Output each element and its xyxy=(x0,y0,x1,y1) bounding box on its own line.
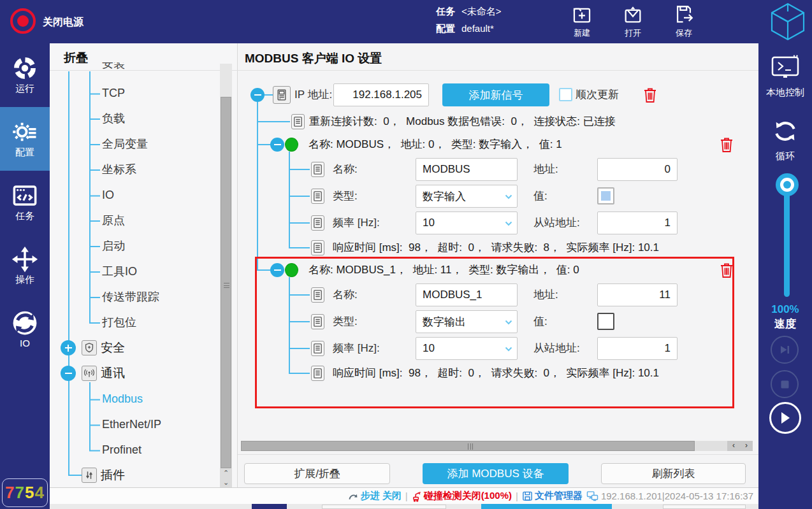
tree-item-modbus[interactable]: Modbus xyxy=(102,392,143,406)
signal-type-dropdown[interactable]: 数字输出 xyxy=(416,310,518,333)
play-icon xyxy=(780,412,790,424)
tree-scroll-down-button[interactable]: ⌄ xyxy=(220,478,232,487)
row-tick xyxy=(290,373,310,374)
signal-type-value: 数字输出 xyxy=(423,315,466,329)
signal-type-dropdown[interactable]: 数字输入 xyxy=(416,185,518,208)
signal-value-checkbox[interactable] xyxy=(597,313,614,330)
sidebar-item-label: 配置 xyxy=(0,147,50,159)
add-signal-button[interactable]: 添加新信号 xyxy=(442,83,549,106)
status-bar: 步进 关闭 | 碰撞检测关闭(100%) | 文件管理器 192.168.1.2… xyxy=(50,487,758,504)
signal-value-checkbox[interactable] xyxy=(597,187,614,204)
tree-scrollbar-thumb[interactable] xyxy=(221,97,231,468)
stop-icon xyxy=(781,380,789,389)
sidebar-item-io[interactable]: IO xyxy=(0,298,50,362)
device-node-link xyxy=(265,94,273,96)
sequential-update-checkbox[interactable] xyxy=(559,88,572,101)
signal-address-input[interactable] xyxy=(597,283,678,306)
device-collapse-node[interactable] xyxy=(250,88,265,102)
power-button[interactable] xyxy=(10,8,36,34)
tree-scrollbar[interactable]: ⌃ ⌄ xyxy=(220,64,232,487)
signal-frequency-dropdown[interactable]: 10 xyxy=(416,211,518,234)
document-icon xyxy=(311,341,324,356)
sidebar-item-task[interactable]: 任务 xyxy=(0,171,50,234)
signal-address-input[interactable] xyxy=(597,158,678,181)
top-bar: 关闭电源 任务<未命名> 配置default* 新建 打开 保存 xyxy=(0,0,812,43)
loop-button[interactable]: 循环 xyxy=(758,117,812,162)
save-task-button[interactable]: 保存 xyxy=(660,4,708,39)
delete-device-button[interactable] xyxy=(642,87,658,106)
slave-address-input[interactable] xyxy=(597,337,678,360)
tree-item-home[interactable]: 原点 xyxy=(102,213,125,228)
expander-security[interactable] xyxy=(61,340,76,355)
signal-collapse-node[interactable] xyxy=(270,263,284,277)
tree-item-frames[interactable]: 坐标系 xyxy=(102,162,136,177)
tree-item-globals[interactable]: 全局变量 xyxy=(102,136,148,152)
tree-item-tcp[interactable]: TCP xyxy=(102,87,125,100)
collision-detect-button[interactable]: 碰撞检测关闭(100%) xyxy=(412,490,512,502)
expander-comm[interactable] xyxy=(61,366,76,381)
network-status: 192.168.1.201|2024-05-13 17:16:37 xyxy=(586,491,753,501)
tree-item-ethernet-ip[interactable]: EtherNet/IP xyxy=(102,418,161,431)
scroll-right-button[interactable]: › xyxy=(740,441,753,451)
signal-block-modbus-1: 名称: MODBUS_1， 地址: 11， 类型: 数字输出， 值: 0 名称:… xyxy=(238,263,758,388)
row-tick xyxy=(290,222,310,224)
step-forward-button[interactable] xyxy=(771,336,799,364)
signal-stats: 响应时间 [ms]: 98， 超时: 0， 请求失败: 0， 实际频率 [Hz]… xyxy=(333,366,659,380)
config-row: 配置default* xyxy=(436,23,494,35)
step-mode-button[interactable]: 步进 关闭 xyxy=(348,490,402,502)
speed-slider-track[interactable] xyxy=(784,185,790,297)
tree-item-security[interactable]: 安全 xyxy=(101,340,125,356)
signal-name-input[interactable] xyxy=(416,158,518,181)
collision-robot-icon xyxy=(412,491,423,502)
row-tick xyxy=(290,348,310,349)
sidebar-item-run[interactable]: 运行 xyxy=(0,43,50,107)
modbus-settings-panel: MODBUS 客户端 IO 设置 IP 地址: 添加新信号 顺次更新 重新连接计… xyxy=(238,43,758,487)
name-label: 名称: xyxy=(333,288,358,302)
tree-item-plugin[interactable]: 插件 xyxy=(101,467,125,484)
type-label: 类型: xyxy=(333,315,358,329)
signal-name-input[interactable] xyxy=(416,283,518,306)
stop-button[interactable] xyxy=(771,370,799,398)
tree-item-profinet[interactable]: Profinet xyxy=(102,443,141,457)
play-button[interactable] xyxy=(769,402,801,434)
horizontal-scrollbar-thumb[interactable] xyxy=(241,441,695,451)
speed-slider-handle[interactable] xyxy=(776,173,799,196)
ip-address-input[interactable] xyxy=(333,83,429,106)
address-label: 地址: xyxy=(533,162,558,176)
signal-collapse-node[interactable] xyxy=(270,138,284,152)
tree-item-conveyor[interactable]: 传送带跟踪 xyxy=(102,289,159,305)
add-modbus-device-button[interactable]: 添加 MODBUS 设备 xyxy=(423,463,569,484)
title-divider xyxy=(238,70,758,71)
tree-item-load[interactable]: 负载 xyxy=(102,111,125,126)
tree-scroll-up-button[interactable]: ⌃ xyxy=(220,468,232,478)
tree-item-io[interactable]: IO xyxy=(102,189,114,202)
status-separator: | xyxy=(405,491,408,501)
footer-divider xyxy=(238,454,758,455)
horizontal-scrollbar[interactable] xyxy=(241,441,727,451)
expand-collapse-button[interactable]: 扩展/折叠 xyxy=(244,463,390,484)
bg-window-fragment xyxy=(481,504,612,509)
slave-address-input[interactable] xyxy=(597,211,678,234)
signal-block-modbus: 名称: MODBUS， 地址: 0， 类型: 数字输入， 值: 1 名称: 地址… xyxy=(238,138,758,262)
local-control-button[interactable]: 本地控制 xyxy=(758,55,812,99)
file-manager-button[interactable]: 文件管理器 xyxy=(522,490,583,502)
delete-signal-button[interactable] xyxy=(719,136,734,155)
document-icon xyxy=(311,189,324,204)
scroll-left-button[interactable]: ‹ xyxy=(727,441,740,451)
sidebar-item-operate[interactable]: 操作 xyxy=(0,234,50,298)
tree-item-tool-io[interactable]: 工具IO xyxy=(102,264,137,279)
bg-window-fragment xyxy=(252,504,287,509)
refresh-list-button[interactable]: 刷新列表 xyxy=(601,463,746,484)
sidebar-item-config[interactable]: 配置 xyxy=(0,107,50,171)
delete-signal-button[interactable] xyxy=(719,262,734,281)
chevron-down-icon xyxy=(505,194,512,199)
tree-collapse-header[interactable]: 折叠 xyxy=(64,50,88,66)
open-task-button[interactable]: 打开 xyxy=(609,4,657,39)
operate-icon xyxy=(0,246,50,273)
tree-item-pallet[interactable]: 打包位 xyxy=(102,315,136,330)
signal-frequency-dropdown[interactable]: 10 xyxy=(416,337,518,360)
tree-item-clipped[interactable]: 安装 xyxy=(102,62,125,69)
new-task-button[interactable]: 新建 xyxy=(558,4,606,39)
tree-item-startup[interactable]: 启动 xyxy=(102,238,125,254)
tree-item-comm[interactable]: 通讯 xyxy=(101,365,125,382)
